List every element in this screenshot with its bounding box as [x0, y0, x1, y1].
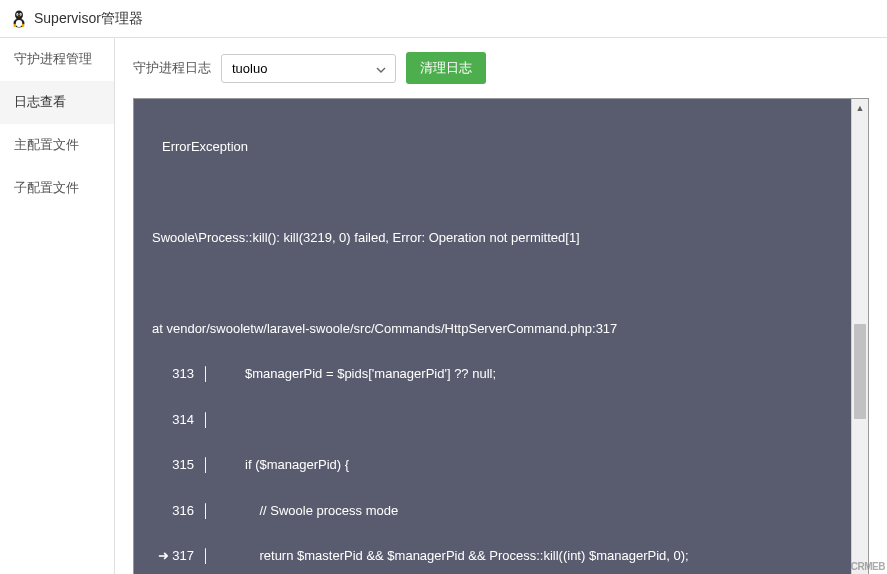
tux-icon — [10, 10, 28, 28]
svg-point-0 — [15, 10, 23, 19]
app-header: Supervisor管理器 — [0, 0, 887, 38]
scrollbar-thumb[interactable] — [854, 324, 866, 419]
log-code-line: ➜ 317│ return $masterPid && $managerPid … — [152, 545, 833, 568]
clear-log-button[interactable]: 清理日志 — [406, 52, 486, 84]
watermark: CRMEB — [851, 561, 885, 572]
log-message: Swoole\Process::kill(): kill(3219, 0) fa… — [152, 227, 833, 250]
svg-point-5 — [17, 14, 18, 15]
log-code-line: 314│ — [152, 409, 833, 432]
app-title: Supervisor管理器 — [34, 10, 143, 28]
log-at: at vendor/swooletw/laravel-swoole/src/Co… — [152, 318, 833, 341]
main-panel: 守护进程日志 tuoluo 清理日志 ErrorException Swoole… — [115, 38, 887, 574]
log-exception: ErrorException — [152, 136, 833, 159]
process-select-wrap: tuoluo — [221, 54, 396, 83]
sidebar: 守护进程管理 日志查看 主配置文件 子配置文件 — [0, 38, 115, 574]
sidebar-item-main-config[interactable]: 主配置文件 — [0, 124, 114, 167]
log-code-line: 313│ $managerPid = $pids['managerPid'] ?… — [152, 363, 833, 386]
process-select[interactable]: tuoluo — [221, 54, 396, 83]
vertical-scrollbar[interactable]: ▲ ▼ — [851, 99, 868, 574]
log-frame: ErrorException Swoole\Process::kill(): k… — [133, 98, 869, 574]
sidebar-item-process-manage[interactable]: 守护进程管理 — [0, 38, 114, 81]
svg-point-2 — [16, 20, 22, 27]
toolbar-label: 守护进程日志 — [133, 59, 211, 77]
svg-point-6 — [20, 14, 21, 15]
scroll-up-icon[interactable]: ▲ — [852, 99, 868, 116]
log-code-line: 316│ // Swoole process mode — [152, 500, 833, 523]
main-container: 守护进程管理 日志查看 主配置文件 子配置文件 守护进程日志 tuoluo 清理… — [0, 38, 887, 574]
sidebar-item-log-view[interactable]: 日志查看 — [0, 81, 114, 124]
log-output[interactable]: ErrorException Swoole\Process::kill(): k… — [134, 99, 851, 574]
sidebar-item-sub-config[interactable]: 子配置文件 — [0, 167, 114, 210]
toolbar: 守护进程日志 tuoluo 清理日志 — [133, 52, 869, 84]
log-code-line: 315│ if ($managerPid) { — [152, 454, 833, 477]
